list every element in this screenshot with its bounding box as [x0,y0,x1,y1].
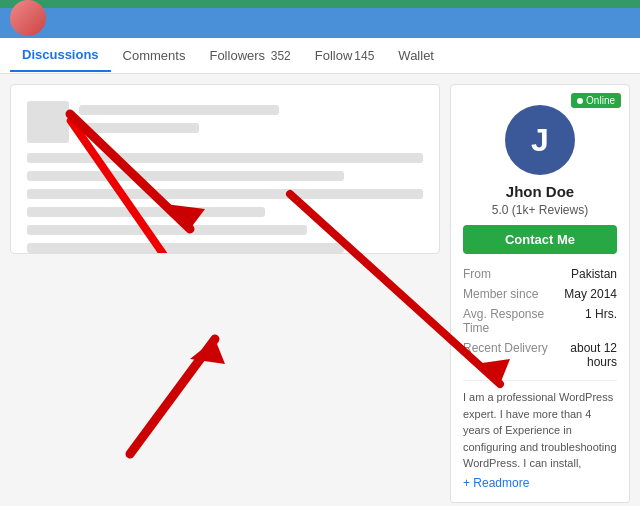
main-content: Online J Jhon Doe 5.0 (1k+ Reviews) Cont… [0,74,640,506]
right-panel: Online J Jhon Doe 5.0 (1k+ Reviews) Cont… [450,84,630,496]
skeleton-avatar [27,101,69,143]
tab-discussions[interactable]: Discussions [10,39,111,72]
skeleton-block [79,101,423,141]
profile-avatar: J [505,105,575,175]
content-card [10,84,440,254]
tab-comments[interactable]: Comments [111,40,198,71]
from-row: From Pakistan [463,264,617,284]
lower-left [10,264,440,496]
profile-name: Jhon Doe [463,183,617,200]
online-badge: Online [571,93,621,108]
profile-rating: 5.0 (1k+ Reviews) [463,203,617,217]
profile-bio: I am a professional WordPress expert. I … [463,380,617,472]
profile-info-table: From Pakistan Member since May 2014 Avg.… [463,264,617,372]
profile-card: Online J Jhon Doe 5.0 (1k+ Reviews) Cont… [450,84,630,503]
left-panel [10,84,440,496]
profile-header [0,8,640,38]
top-bar [0,0,640,8]
member-since-row: Member since May 2014 [463,284,617,304]
readmore-link[interactable]: + Readmore [463,476,617,490]
avg-response-row: Avg. Response Time 1 Hrs. [463,304,617,338]
online-dot [577,98,583,104]
tab-following[interactable]: Follow145 [303,40,387,71]
contact-button[interactable]: Contact Me [463,225,617,254]
tab-followers[interactable]: Followers 352 [197,40,302,71]
tab-wallet[interactable]: Wallet [386,40,446,71]
nav-tabs: Discussions Comments Followers 352 Follo… [0,38,640,74]
recent-delivery-row: Recent Delivery about 12 hours [463,338,617,372]
avatar-small [10,0,46,36]
